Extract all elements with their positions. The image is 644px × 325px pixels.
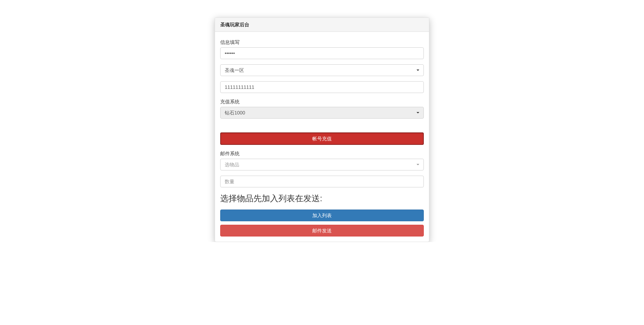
mail-section-label: 邮件系统 xyxy=(220,150,424,157)
caret-down-icon xyxy=(417,164,419,165)
info-section-label: 信息填写 xyxy=(220,39,424,46)
item-select[interactable]: 选物品 xyxy=(220,159,424,170)
mail-buttons: 加入列表 邮件发送 xyxy=(220,210,424,236)
caret-down-icon xyxy=(417,69,419,71)
recharge-package-value: 钻石1000 xyxy=(221,107,423,118)
send-mail-button[interactable]: 邮件发送 xyxy=(220,225,424,236)
account-group xyxy=(220,81,424,93)
recharge-section-label: 充值系统 xyxy=(220,98,424,105)
server-select[interactable]: 圣魂一区 xyxy=(220,64,424,76)
item-select-placeholder: 选物品 xyxy=(221,159,423,170)
password-input[interactable] xyxy=(220,47,424,59)
admin-panel: 圣魂玩家后台 信息填写 圣魂一区 充值系统 钻石1000 帐号充值 邮件系统 xyxy=(215,17,429,242)
server-select-group: 圣魂一区 xyxy=(220,64,424,76)
server-select-value: 圣魂一区 xyxy=(221,65,423,76)
item-select-group: 选物品 xyxy=(220,159,424,170)
recharge-submit-button[interactable]: 帐号充值 xyxy=(220,132,424,145)
panel-title: 圣魂玩家后台 xyxy=(215,18,429,32)
panel-body: 信息填写 圣魂一区 充值系统 钻石1000 帐号充值 邮件系统 xyxy=(215,32,429,242)
recharge-button-group: 帐号充值 xyxy=(220,132,424,145)
package-select-group: 钻石1000 xyxy=(220,107,424,119)
account-input[interactable] xyxy=(220,81,424,93)
password-group xyxy=(220,47,424,59)
recharge-package-select[interactable]: 钻石1000 xyxy=(220,107,424,119)
quantity-group xyxy=(220,176,424,187)
add-to-list-button[interactable]: 加入列表 xyxy=(220,210,424,221)
caret-down-icon xyxy=(417,112,419,113)
list-instruction-heading: 选择物品先加入列表在发送: xyxy=(220,193,424,204)
quantity-input[interactable] xyxy=(220,176,424,187)
